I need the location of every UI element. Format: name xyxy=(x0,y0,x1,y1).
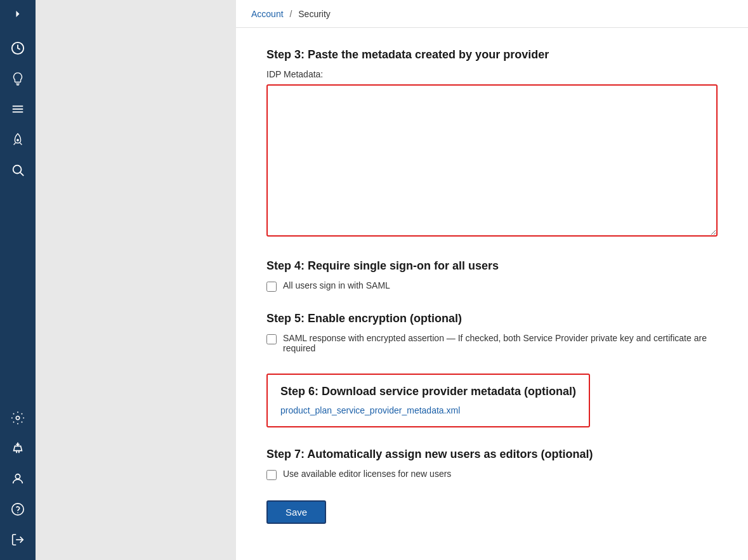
step7-title: Step 7: Automatically assign new users a… xyxy=(266,448,718,461)
svg-point-11 xyxy=(12,504,23,515)
metadata-download-link[interactable]: product_plan_service_provider_metadata.x… xyxy=(280,405,460,415)
sidebar-item-help[interactable] xyxy=(0,494,36,524)
breadcrumb-account-link[interactable]: Account xyxy=(251,9,284,19)
sidebar-item-search[interactable] xyxy=(0,155,36,185)
svg-point-12 xyxy=(17,512,18,513)
breadcrumb-security: Security xyxy=(298,9,331,19)
sidebar-nav xyxy=(0,28,36,403)
sidebar-toggle-button[interactable] xyxy=(0,0,36,28)
sidebar-item-users[interactable] xyxy=(0,464,36,494)
svg-point-10 xyxy=(15,474,20,479)
svg-point-9 xyxy=(16,416,20,420)
step7-section: Step 7: Automatically assign new users a… xyxy=(266,448,718,480)
step4-title: Step 4: Require single sign-on for all u… xyxy=(266,259,718,273)
step5-section: Step 5: Enable encryption (optional) SAM… xyxy=(266,312,718,353)
svg-line-8 xyxy=(20,173,23,176)
idp-metadata-label: IDP Metadata: xyxy=(266,69,718,79)
breadcrumb-separator: / xyxy=(289,9,292,19)
step4-checkbox-row[interactable]: All users sign in with SAML xyxy=(266,280,718,292)
saml-signin-checkbox[interactable] xyxy=(266,282,277,292)
saml-signin-label: All users sign in with SAML xyxy=(283,280,390,290)
step5-title: Step 5: Enable encryption (optional) xyxy=(266,312,718,325)
save-section: Save xyxy=(266,500,718,524)
encryption-label: SAML response with encrypted assertion —… xyxy=(283,333,718,353)
main-container: Account / Security Step 3: Paste the met… xyxy=(236,0,748,560)
breadcrumb: Account / Security xyxy=(251,9,331,19)
sidebar-item-menu[interactable] xyxy=(0,94,36,124)
encryption-checkbox[interactable] xyxy=(266,334,277,344)
sidebar-item-logout[interactable] xyxy=(0,524,36,555)
step6-section: Step 6: Download service provider metada… xyxy=(266,374,718,427)
step7-checkbox-row[interactable]: Use available editor licenses for new us… xyxy=(266,469,718,480)
step3-section: Step 3: Paste the metadata created by yo… xyxy=(266,48,718,239)
svg-point-6 xyxy=(16,139,19,141)
sidebar-item-launch[interactable] xyxy=(0,124,36,155)
editor-license-checkbox[interactable] xyxy=(266,470,277,480)
sidebar-item-dashboard[interactable] xyxy=(0,33,36,63)
breadcrumb-bar: Account / Security xyxy=(236,0,748,28)
sidebar xyxy=(0,0,36,560)
step6-title: Step 6: Download service provider metada… xyxy=(280,385,576,398)
sidebar-bottom xyxy=(0,403,36,560)
step4-section: Step 4: Require single sign-on for all u… xyxy=(266,259,718,292)
step3-title: Step 3: Paste the metadata created by yo… xyxy=(266,48,718,62)
sidebar-item-settings[interactable] xyxy=(0,403,36,433)
save-button[interactable]: Save xyxy=(266,500,326,524)
editor-license-label: Use available editor licenses for new us… xyxy=(283,469,451,479)
sidebar-item-ideas[interactable] xyxy=(0,63,36,94)
sidebar-item-integrations[interactable] xyxy=(0,433,36,464)
left-panel xyxy=(36,0,236,560)
idp-metadata-textarea[interactable] xyxy=(266,84,718,237)
step5-checkbox-row[interactable]: SAML response with encrypted assertion —… xyxy=(266,333,718,353)
content-area: Step 3: Paste the metadata created by yo… xyxy=(236,28,748,560)
svg-point-7 xyxy=(13,166,22,174)
step6-box: Step 6: Download service provider metada… xyxy=(266,374,590,427)
